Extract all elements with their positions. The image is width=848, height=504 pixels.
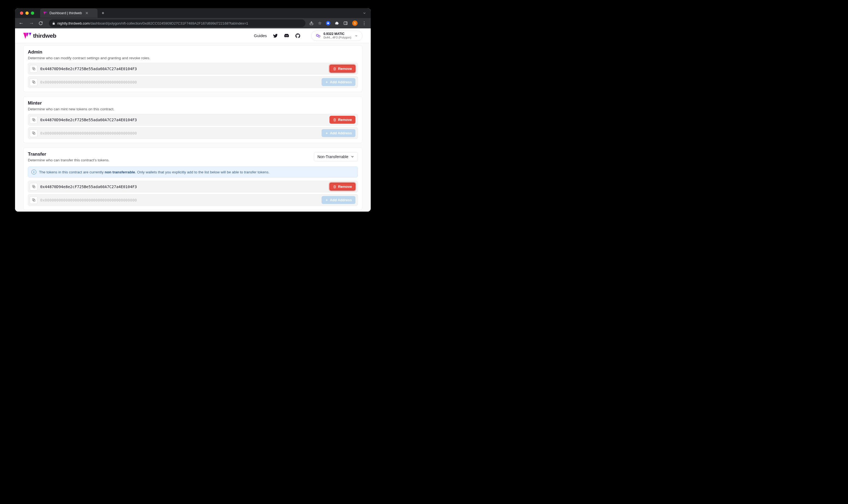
new-tab-button[interactable]: + [99,9,107,17]
copy-address-button[interactable] [30,183,37,191]
transfer-add-row: 0x00000000000000000000000000000000000000… [28,194,358,206]
window-close[interactable] [20,12,23,15]
remove-label: Remove [338,184,352,188]
brand[interactable]: thirdweb [23,33,56,39]
wallet-connect-pill[interactable]: 0.9322 MATIC 0x44...4F3 (Polygon) [311,31,363,41]
page: thirdweb Guides 0 [15,29,371,212]
trash-icon [333,67,336,70]
admin-add-address-button[interactable]: Add Address [321,78,355,86]
address-bar-row: ← → nightly.thirdweb.com/dashboard/polyg… [15,18,371,29]
add-address-label: Add Address [330,80,352,84]
copy-address-button[interactable] [30,129,37,137]
browser-chrome: Dashboard | thirdweb ✕ + ← → nightly.thi… [15,8,371,29]
nav-guides[interactable]: Guides [254,33,267,38]
app-header: thirdweb Guides 0 [15,29,371,43]
copy-address-button[interactable] [30,78,37,86]
url-host: nightly.thirdweb.com [57,21,90,25]
copy-address-button[interactable] [30,196,37,204]
chevron-down-icon [351,155,354,159]
bookmark-star-icon[interactable]: ☆ [318,21,321,26]
address-input[interactable]: 0x00000000000000000000000000000000000000… [40,80,319,84]
info-text-a: The tokens in this contract are currentl… [39,170,105,174]
minter-title: Minter [28,101,358,106]
remove-label: Remove [338,67,352,71]
wallet-short-address: 0x44...4F3 (Polygon) [323,36,351,39]
address-bar[interactable]: nightly.thirdweb.com/dashboard/polygon/n… [49,19,305,27]
extensions-puzzle-icon[interactable] [335,21,339,25]
minter-add-address-button[interactable]: Add Address [321,129,355,137]
transfer-desc: Determine who can transfer this contract… [28,158,314,162]
transfer-info-banner: i The tokens in this contract are curren… [28,166,358,178]
info-text-c: . Only wallets that you explicitly add t… [135,170,269,174]
svg-rect-1 [344,22,347,25]
twitter-icon[interactable] [273,33,278,38]
nav-reload-button[interactable] [38,21,45,25]
lock-icon [52,22,55,25]
transfer-remove-button[interactable]: Remove [330,183,355,191]
minter-desc: Determine who can mint new tokens on thi… [28,107,358,111]
trash-icon [333,185,336,188]
thirdweb-logo-icon [23,33,31,39]
admin-title: Admin [28,50,358,55]
close-tab-icon[interactable]: ✕ [85,11,89,15]
info-text-b: non transferrable [105,170,135,174]
admin-desc: Determine who can modify contract settin… [28,56,358,60]
copy-address-button[interactable] [30,116,37,124]
copy-address-button[interactable] [30,65,37,73]
admin-add-row: 0x00000000000000000000000000000000000000… [28,76,358,88]
plus-icon [325,131,329,135]
add-address-label: Add Address [330,131,352,135]
window-maximize[interactable] [31,12,34,15]
transferability-dropdown[interactable]: Non-Transferrable [314,152,358,161]
info-icon: i [31,169,36,175]
share-icon[interactable] [309,21,314,25]
chevron-down-icon [355,34,358,37]
address-input[interactable]: 0x00000000000000000000000000000000000000… [40,131,319,136]
admin-card: Admin Determine who can modify contract … [23,45,363,92]
admin-address: 0x44870D94e8e2cF725Be55ada60A7C27a4E0104… [40,67,327,71]
extension-icon[interactable] [326,21,330,25]
tab-bar: Dashboard | thirdweb ✕ + [15,8,371,18]
url-path: /dashboard/polygon/nft-collection/0xd82C… [90,21,248,25]
remove-label: Remove [338,118,352,122]
thirdweb-favicon [43,12,47,15]
polygon-chain-icon [315,33,321,39]
dropdown-value: Non-Transferrable [317,155,348,159]
chrome-menu-icon[interactable]: ⋮ [362,21,366,26]
panel-icon[interactable] [343,21,348,25]
minter-add-row: 0x00000000000000000000000000000000000000… [28,127,358,139]
minter-address: 0x44870D94e8e2cF725Be55ada60A7C27a4E0104… [40,118,327,122]
trash-icon [333,118,336,122]
transfer-address: 0x44870D94e8e2cF725Be55ada60A7C27a4E0104… [40,184,327,189]
browser-tab-active[interactable]: Dashboard | thirdweb ✕ [40,8,98,18]
minter-card: Minter Determine who can mint new tokens… [23,96,363,143]
tabs-overflow-icon[interactable] [363,11,371,15]
profile-avatar[interactable]: S [352,20,358,26]
github-icon[interactable] [295,33,300,38]
plus-icon [325,198,329,202]
nav-back-button[interactable]: ← [18,20,24,26]
brand-text: thirdweb [33,33,56,39]
transfer-add-address-button[interactable]: Add Address [321,196,355,204]
transfer-title: Transfer [28,151,314,157]
window-minimize[interactable] [25,12,29,15]
plus-icon [325,80,329,84]
transfer-address-row: 0x44870D94e8e2cF725Be55ada60A7C27a4E0104… [28,181,358,193]
nav-forward-button[interactable]: → [28,20,35,26]
tab-title: Dashboard | thirdweb [50,11,82,15]
wallet-balance: 0.9322 MATIC [323,32,351,36]
minter-address-row: 0x44870D94e8e2cF725Be55ada60A7C27a4E0104… [28,114,358,126]
discord-icon[interactable] [284,33,289,38]
address-input[interactable]: 0x00000000000000000000000000000000000000… [40,198,319,202]
admin-remove-button[interactable]: Remove [330,65,355,73]
admin-address-row: 0x44870D94e8e2cF725Be55ada60A7C27a4E0104… [28,63,358,74]
transfer-card: Transfer Determine who can transfer this… [23,147,363,210]
minter-remove-button[interactable]: Remove [330,116,355,124]
add-address-label: Add Address [330,198,352,202]
